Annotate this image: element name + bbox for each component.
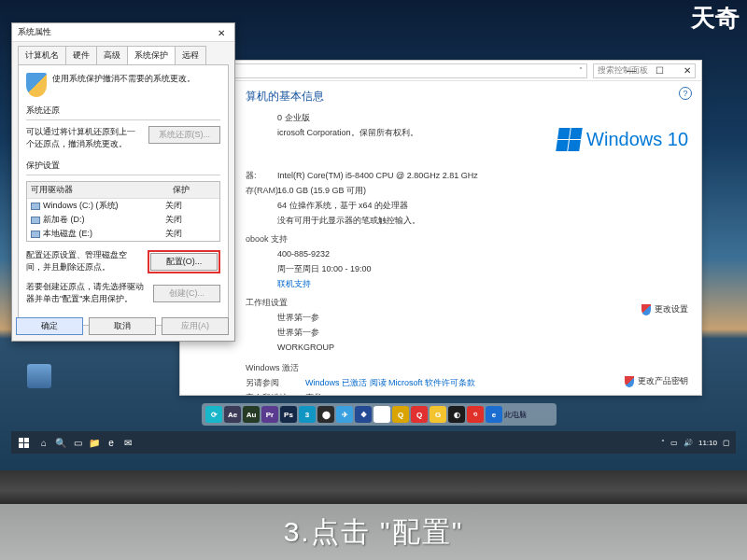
change-settings-text: 更改设置 xyxy=(655,303,688,315)
list-item: WORKGROUP xyxy=(193,340,688,355)
dock-app[interactable]: ৩ xyxy=(467,406,484,423)
list-item: 联机支持 xyxy=(193,276,688,291)
system-restore-button[interactable]: 系统还原(S)... xyxy=(148,126,221,144)
tab-4[interactable]: 远程 xyxy=(175,46,206,64)
tab-0[interactable]: 计算机名 xyxy=(18,46,66,64)
list-item: 世界第一参 xyxy=(193,310,688,325)
windows-logo: Windows 10 xyxy=(557,128,688,151)
drive-table[interactable]: 可用驱动器 保护 Windows (C:) (系统)关闭新加卷 (D:)关闭本地… xyxy=(26,181,220,242)
dialog-title: 系统属性 xyxy=(18,26,51,38)
list-item: 另请参阅Windows 已激活 阅读 Microsoft 软件许可条款 xyxy=(193,375,688,390)
change-key-text: 更改产品密钥 xyxy=(638,375,688,387)
activation-section: Windows 激活 xyxy=(193,360,305,375)
dock-app[interactable]: 3 xyxy=(299,406,316,423)
sysinfo-heading: 算机的基本信息 xyxy=(246,89,688,105)
protect-group-label: 保护设置 xyxy=(26,160,220,172)
tab-1[interactable]: 硬件 xyxy=(65,46,97,64)
dock-app[interactable]: Q xyxy=(392,406,409,423)
tutorial-caption: 3.点击 "配置" xyxy=(0,504,747,560)
create-text: 若要创建还原点，请先选择驱动器并单击"配置"来启用保护。 xyxy=(26,281,148,305)
notifications-icon[interactable]: ▢ xyxy=(723,439,730,447)
dock-app[interactable]: Q xyxy=(411,406,428,423)
list-item: 400-885-9232 xyxy=(193,246,688,261)
drive-icon xyxy=(31,231,40,238)
dock-app[interactable]: ❖ xyxy=(355,406,372,423)
shield-icon xyxy=(625,376,634,387)
shield-icon xyxy=(641,304,651,315)
drive-icon xyxy=(31,203,40,210)
tray-sound-icon[interactable]: 🔊 xyxy=(684,439,693,447)
restore-group-label: 系统还原 xyxy=(26,105,220,117)
configure-text: 配置还原设置、管理磁盘空间，并且删除还原点。 xyxy=(26,249,142,273)
dock-app[interactable]: Ae xyxy=(224,406,241,423)
taskbar-icon[interactable]: ⌂ xyxy=(35,434,52,451)
ok-button[interactable]: 确定 xyxy=(16,317,83,335)
minimize-button[interactable]: ― xyxy=(617,61,645,79)
configure-button[interactable]: 配置(O)... xyxy=(150,253,218,271)
taskbar-icon[interactable]: 🔍 xyxy=(52,434,69,451)
list-item: 世界第一参 xyxy=(193,325,688,340)
dock-app[interactable]: G xyxy=(430,406,446,423)
dock-app[interactable]: ✈ xyxy=(336,406,353,423)
protection-shield-icon xyxy=(26,73,47,97)
dock-app[interactable]: Pr xyxy=(261,406,278,423)
desktop-icon-recycle[interactable] xyxy=(21,364,58,390)
system-info-window: 系统 ˅ 搜索控制面板 ― ☐ ✕ ? 算机的基本信息 0 企业版 xyxy=(179,60,702,396)
table-row[interactable]: 本地磁盘 (E:)关闭 xyxy=(27,227,219,241)
clock[interactable]: 11:10 xyxy=(698,439,717,447)
apply-button[interactable]: 应用(A) xyxy=(162,317,229,335)
edition: 0 企业版 xyxy=(277,110,310,125)
taskbar-icon[interactable]: ▭ xyxy=(69,434,86,451)
windows-brand-text: Windows 10 xyxy=(586,129,688,150)
start-button[interactable] xyxy=(11,431,35,454)
tray-up-icon[interactable]: ˄ xyxy=(661,439,665,447)
list-item: 器:Intel(R) Core(TM) i5-8400 CPU @ 2.80GH… xyxy=(193,168,688,183)
taskbar-icon[interactable]: ✉ xyxy=(120,434,136,451)
taskbar-icon[interactable]: e xyxy=(103,434,120,451)
app-dock: ⟳AeAuPrPs3⬤✈❖QQG◐৩e 此电脑 xyxy=(202,403,557,426)
dock-app[interactable]: e xyxy=(486,406,502,423)
close-icon[interactable]: ✕ xyxy=(212,25,231,40)
dock-app[interactable]: ◐ xyxy=(448,406,465,423)
dock-app[interactable] xyxy=(374,406,390,423)
table-row[interactable]: 新加卷 (D:)关闭 xyxy=(27,213,219,227)
restore-text: 可以通过将计算机还原到上一个还原点，撤消系统更改。 xyxy=(26,126,143,150)
dock-app[interactable]: ⟳ xyxy=(205,406,222,423)
dock-tail-label: 此电脑 xyxy=(504,410,527,420)
taskbar: ⌂🔍▭📁e✉ ˄ ▭ 🔊 11:10 ▢ xyxy=(11,431,736,454)
system-properties-dialog: 系统属性 ✕ 计算机名硬件高级系统保护远程 使用系统保护撤消不需要的系统更改。 … xyxy=(11,22,235,342)
list-item: 周一至周日 10:00 - 19:00 xyxy=(193,261,688,276)
dock-app[interactable]: Au xyxy=(243,406,260,423)
change-settings-link[interactable]: 更改设置 xyxy=(641,303,688,315)
address-bar[interactable]: 系统 ˅ xyxy=(186,63,587,78)
col-protect: 保护 xyxy=(169,182,219,198)
taskbar-icon[interactable]: 📁 xyxy=(86,434,103,451)
tab-3[interactable]: 系统保护 xyxy=(127,46,176,64)
dock-app[interactable]: ⬤ xyxy=(317,406,334,423)
maximize-button[interactable]: ☐ xyxy=(645,61,673,79)
list-item: 安全和维护产品 ID: 00328-90000-00000-AAOEM xyxy=(193,390,688,395)
cancel-button[interactable]: 取消 xyxy=(89,317,156,335)
desktop: 系统 ˅ 搜索控制面板 ― ☐ ✕ ? 算机的基本信息 0 企业版 xyxy=(6,4,741,470)
create-button[interactable]: 创建(C)... xyxy=(153,285,220,302)
change-key-link[interactable]: 更改产品密钥 xyxy=(625,375,688,387)
help-icon[interactable]: ? xyxy=(679,87,692,100)
dock-app[interactable]: Ps xyxy=(280,406,297,423)
list-item: 存(RAM):16.0 GB (15.9 GB 可用) xyxy=(193,183,688,198)
copyright: icrosoft Corporation。保留所有权利。 xyxy=(277,125,418,140)
drive-icon xyxy=(31,217,40,224)
list-item: 没有可用于此显示器的笔或触控输入。 xyxy=(193,213,688,228)
col-drive: 可用驱动器 xyxy=(27,182,169,198)
close-button[interactable]: ✕ xyxy=(673,61,701,79)
table-row[interactable]: Windows (C:) (系统)关闭 xyxy=(27,199,219,213)
chevron-down-icon[interactable]: ˅ xyxy=(579,66,583,75)
tray-network-icon[interactable]: ▭ xyxy=(670,439,678,447)
list-item: 64 位操作系统，基于 x64 的处理器 xyxy=(193,198,688,213)
protection-desc: 使用系统保护撤消不需要的系统更改。 xyxy=(52,73,195,85)
tab-2[interactable]: 高级 xyxy=(96,46,128,64)
